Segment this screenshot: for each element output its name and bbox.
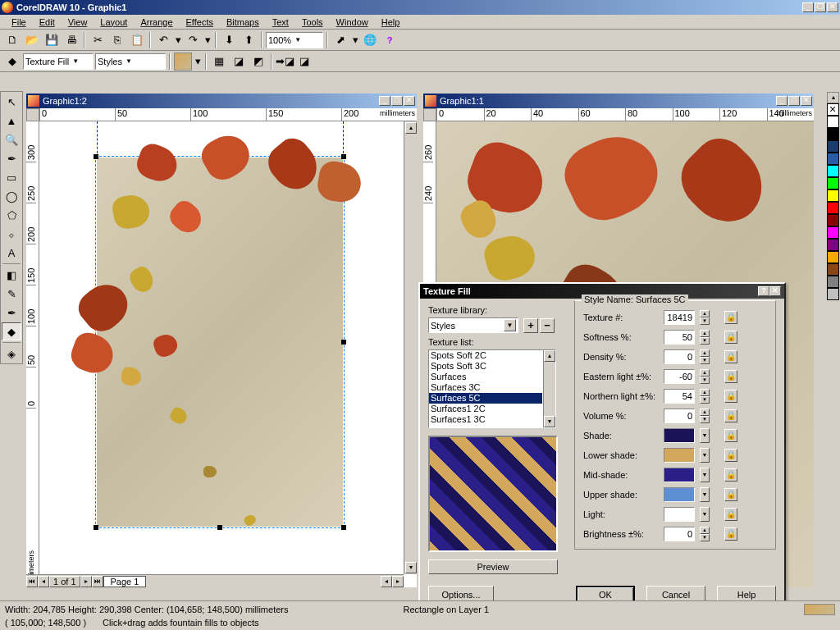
library-remove-button[interactable]: − [540, 318, 555, 333]
hscrollbar[interactable]: ⏮ ◂ 1 of 1 ▸ ⏭ Page 1 ◂ ▸ [26, 574, 404, 587]
lock-icon[interactable]: 🔒 [724, 488, 737, 501]
lock-icon[interactable]: 🔒 [724, 449, 737, 462]
new-button[interactable]: 🗋 [3, 31, 21, 49]
texture-list[interactable]: Spots Soft 2CSpots Soft 3CSurfacesSurfac… [428, 349, 543, 428]
menu-help[interactable]: Help [375, 16, 407, 29]
texture-drop[interactable]: ▾ [194, 52, 202, 71]
ruler-vertical[interactable]: 300 250 200 150 100 50 0 millimeters [26, 121, 39, 587]
param-value[interactable]: 54 [664, 389, 695, 404]
zoom-combo[interactable]: 100%▼ [266, 32, 323, 48]
front-color-button[interactable]: ◪ [230, 52, 248, 71]
page-next[interactable]: ▸ [80, 576, 92, 587]
web-button[interactable]: 🌐 [361, 31, 379, 49]
color-dropdown[interactable]: ▼ [700, 468, 710, 482]
scroll-right[interactable]: ▸ [392, 576, 404, 587]
param-value[interactable]: 18419 [664, 310, 695, 325]
ruler-origin-2[interactable] [423, 108, 436, 121]
menu-layout[interactable]: Layout [94, 16, 134, 29]
menu-edit[interactable]: Edit [33, 16, 62, 29]
fill-tool[interactable]: ◆ [2, 322, 21, 340]
param-color[interactable] [664, 428, 695, 443]
undo-drop[interactable]: ▾ [174, 31, 182, 49]
doc2-min[interactable]: _ [776, 96, 788, 106]
lock-icon[interactable]: 🔒 [724, 468, 737, 482]
launch-app-button[interactable]: ⬈ [331, 31, 349, 49]
spin-down[interactable]: ▼ [700, 396, 710, 404]
list-item[interactable]: Surfaces 3C [429, 382, 542, 393]
menu-text[interactable]: Text [266, 16, 295, 29]
minimize-button[interactable]: _ [802, 2, 814, 12]
interactive-fill-tool[interactable]: ◧ [2, 266, 21, 284]
interactive-tool[interactable]: ◈ [2, 345, 21, 363]
lock-icon[interactable]: 🔒 [724, 350, 737, 363]
color-swatch[interactable] [827, 214, 839, 226]
launch-drop[interactable]: ▾ [351, 31, 359, 49]
ruler-origin[interactable] [26, 108, 39, 121]
library-add-button[interactable]: + [523, 318, 538, 333]
spin-up[interactable]: ▲ [700, 330, 710, 337]
lock-icon[interactable]: 🔒 [724, 331, 737, 344]
outline-tool[interactable]: ✒ [2, 304, 21, 322]
page-last[interactable]: ⏭ [92, 576, 103, 587]
scroll-up[interactable]: ▴ [405, 122, 417, 134]
back-color-button[interactable]: ◩ [249, 52, 267, 71]
save-button[interactable]: 💾 [43, 31, 61, 49]
page-prev[interactable]: ◂ [38, 576, 49, 587]
color-dropdown[interactable]: ▼ [700, 507, 710, 522]
doc2-max[interactable]: □ [788, 96, 800, 106]
basic-shapes-tool[interactable]: ⬦ [2, 225, 21, 243]
menu-arrange[interactable]: Arrange [134, 16, 179, 29]
spin-up[interactable]: ▲ [700, 409, 710, 416]
ellipse-tool[interactable]: ◯ [2, 187, 21, 205]
spin-up[interactable]: ▲ [700, 527, 710, 534]
eyedropper-tool[interactable]: ✎ [2, 285, 21, 303]
lock-icon[interactable]: 🔒 [724, 390, 737, 403]
color-swatch[interactable] [827, 177, 839, 189]
page-first[interactable]: ⏮ [26, 576, 38, 587]
color-swatch[interactable] [827, 251, 839, 263]
param-color[interactable] [664, 507, 695, 522]
menu-view[interactable]: View [62, 16, 94, 29]
close-button[interactable]: ✕ [827, 2, 838, 12]
spin-up[interactable]: ▲ [700, 310, 710, 317]
polygon-tool[interactable]: ⬠ [2, 206, 21, 224]
fill-library-combo[interactable]: Styles▼ [95, 53, 166, 70]
help-button[interactable]: ? [381, 31, 399, 49]
pick-tool[interactable]: ↖ [2, 93, 21, 111]
menu-file[interactable]: File [5, 16, 33, 29]
spin-up[interactable]: ▲ [700, 389, 710, 396]
cut-button[interactable]: ✂ [89, 31, 107, 49]
color-swatch[interactable] [827, 239, 839, 251]
color-dropdown[interactable]: ▼ [700, 448, 710, 463]
fill-type-combo[interactable]: Texture Fill▼ [23, 53, 94, 70]
ruler-horizontal[interactable]: 0 50 100 150 200 millimeters [39, 108, 417, 121]
spin-down[interactable]: ▼ [700, 416, 710, 423]
apply-fill-button[interactable]: ◪ [295, 52, 313, 71]
texture-preview-button[interactable] [174, 52, 192, 71]
menu-effects[interactable]: Effects [180, 16, 220, 29]
lock-icon[interactable]: 🔒 [724, 508, 737, 521]
freehand-tool[interactable]: ✒ [2, 149, 21, 167]
edit-fill-button[interactable]: ▦ [210, 52, 228, 71]
color-swatch[interactable] [827, 202, 839, 214]
list-item[interactable]: Surfaces1 2C [429, 404, 542, 414]
color-swatch[interactable] [827, 226, 839, 239]
paste-button[interactable]: 📋 [128, 31, 146, 49]
open-button[interactable]: 📂 [23, 31, 41, 49]
color-dropdown[interactable]: ▼ [700, 487, 710, 502]
lock-icon[interactable]: 🔒 [724, 527, 737, 541]
lock-icon[interactable]: 🔒 [724, 370, 737, 383]
param-value[interactable]: -60 [664, 369, 695, 384]
shape-tool[interactable]: ▲ [2, 112, 21, 130]
param-value[interactable]: 50 [664, 330, 695, 345]
param-color[interactable] [664, 448, 695, 463]
param-value[interactable]: 0 [664, 527, 695, 541]
text-tool[interactable]: A [2, 244, 21, 262]
spin-down[interactable]: ▼ [700, 534, 710, 541]
color-swatch[interactable] [827, 276, 839, 288]
scroll-down[interactable]: ▾ [405, 562, 417, 573]
doc1-min[interactable]: _ [379, 96, 390, 106]
dialog-close-button[interactable]: ✕ [769, 286, 781, 296]
no-fill-swatch[interactable] [827, 103, 839, 116]
copy-button[interactable]: ⎘ [108, 31, 126, 49]
